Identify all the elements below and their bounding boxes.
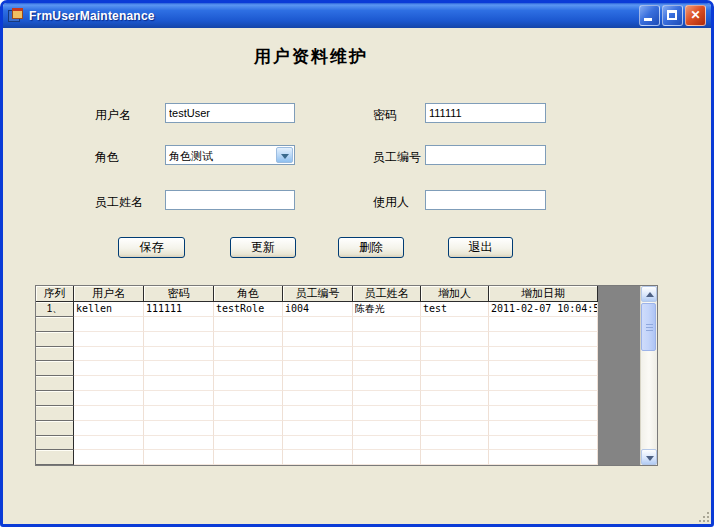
grid-row-header[interactable] [36, 376, 74, 391]
scroll-up-button[interactable] [641, 286, 657, 302]
grid-cell[interactable] [353, 391, 421, 406]
grid-cell[interactable] [489, 317, 598, 332]
grid-cell[interactable] [144, 332, 214, 347]
delete-button[interactable]: 删除 [338, 237, 404, 258]
vertical-scrollbar[interactable] [640, 286, 657, 465]
username-input[interactable] [165, 103, 295, 123]
grid-row-header[interactable]: 1、 [36, 302, 74, 317]
role-combo-dropdown-button[interactable] [276, 147, 293, 163]
grid-cell[interactable] [489, 391, 598, 406]
grid-column-header[interactable]: 员工编号 [283, 286, 353, 302]
grid-cell[interactable] [144, 391, 214, 406]
grid-cell[interactable]: 111111 [144, 302, 214, 317]
maximize-button[interactable] [662, 5, 683, 26]
grid-column-header[interactable]: 角色 [214, 286, 283, 302]
grid-cell[interactable] [489, 376, 598, 391]
grid-cell[interactable] [421, 332, 489, 347]
grid-cell[interactable] [283, 332, 353, 347]
grid-cell[interactable] [353, 317, 421, 332]
titlebar[interactable]: FrmUserMaintenance ✕ [3, 3, 711, 28]
grid-cell[interactable] [489, 406, 598, 421]
role-combo[interactable]: 角色测试 [165, 145, 295, 165]
resize-grip[interactable] [696, 509, 709, 522]
grid-cell[interactable] [283, 421, 353, 436]
grid-column-header[interactable]: 用户名 [74, 286, 144, 302]
minimize-button[interactable] [639, 5, 660, 26]
grid-cell[interactable] [489, 332, 598, 347]
grid-cell[interactable] [283, 376, 353, 391]
grid-cell[interactable] [353, 421, 421, 436]
grid-cell[interactable] [421, 376, 489, 391]
grid-cell[interactable] [489, 421, 598, 436]
grid-cell[interactable] [421, 347, 489, 362]
grid-cell[interactable]: kellen [74, 302, 144, 317]
exit-button[interactable]: 退出 [448, 237, 513, 258]
grid-cell[interactable] [144, 361, 214, 376]
grid-row-header[interactable] [36, 421, 74, 436]
grid-row-header[interactable] [36, 406, 74, 421]
grid-row-header[interactable] [36, 436, 74, 451]
grid-row-header[interactable] [36, 361, 74, 376]
close-button[interactable]: ✕ [685, 5, 706, 26]
grid-cell[interactable] [214, 436, 283, 451]
employee-name-input[interactable] [165, 190, 295, 210]
grid-cell[interactable] [74, 376, 144, 391]
grid-column-header[interactable]: 序列 [36, 286, 74, 302]
grid-cell[interactable] [74, 391, 144, 406]
grid-cell[interactable] [421, 421, 489, 436]
grid-cell[interactable] [353, 361, 421, 376]
grid-row-header[interactable] [36, 391, 74, 406]
grid-cell[interactable] [214, 421, 283, 436]
grid-cell[interactable] [489, 347, 598, 362]
grid-cell[interactable] [74, 450, 144, 465]
grid-row-header[interactable] [36, 317, 74, 332]
user-input[interactable] [425, 190, 546, 210]
grid-cell[interactable] [144, 317, 214, 332]
grid-cell[interactable]: test [421, 302, 489, 317]
grid-cell[interactable] [214, 347, 283, 362]
grid-cell[interactable] [214, 406, 283, 421]
grid-cell[interactable] [74, 317, 144, 332]
grid-column-header[interactable]: 员工姓名 [353, 286, 421, 302]
scroll-down-button[interactable] [641, 449, 657, 465]
grid-cell[interactable] [144, 406, 214, 421]
grid-cell[interactable]: i004 [283, 302, 353, 317]
grid-cell[interactable] [214, 361, 283, 376]
grid-cell[interactable] [353, 406, 421, 421]
grid-row-header[interactable] [36, 332, 74, 347]
save-button[interactable]: 保存 [118, 237, 185, 258]
grid-cell[interactable] [283, 450, 353, 465]
grid-cell[interactable] [421, 436, 489, 451]
grid-cell[interactable] [421, 406, 489, 421]
grid-cell[interactable]: 2011-02-07 10:04:51 [489, 302, 598, 317]
grid-cell[interactable] [283, 391, 353, 406]
grid-cell[interactable] [353, 436, 421, 451]
grid-cell[interactable] [214, 450, 283, 465]
grid-cell[interactable] [144, 376, 214, 391]
employee-no-input[interactable] [425, 145, 546, 165]
grid-cell[interactable] [421, 317, 489, 332]
grid-cell[interactable] [144, 421, 214, 436]
grid-cell[interactable] [283, 436, 353, 451]
grid-cell[interactable] [74, 347, 144, 362]
grid-cell[interactable] [144, 450, 214, 465]
grid-cell[interactable] [421, 391, 489, 406]
grid-cell[interactable] [353, 332, 421, 347]
grid-cell[interactable] [214, 317, 283, 332]
grid-cell[interactable] [74, 332, 144, 347]
grid-cell[interactable] [283, 361, 353, 376]
grid-cell[interactable] [353, 376, 421, 391]
grid-row-header[interactable] [36, 450, 74, 465]
grid-cell[interactable] [489, 436, 598, 451]
grid-cell[interactable]: testRole [214, 302, 283, 317]
grid-cell[interactable] [74, 361, 144, 376]
grid-cell[interactable] [283, 406, 353, 421]
grid-row-header[interactable] [36, 347, 74, 362]
grid-cell[interactable]: 陈春光 [353, 302, 421, 317]
grid-cell[interactable] [144, 347, 214, 362]
grid-cell[interactable] [214, 376, 283, 391]
grid-cell[interactable] [421, 450, 489, 465]
grid-cell[interactable] [144, 436, 214, 451]
scrollbar-thumb[interactable] [641, 303, 656, 351]
grid-cell[interactable] [214, 332, 283, 347]
